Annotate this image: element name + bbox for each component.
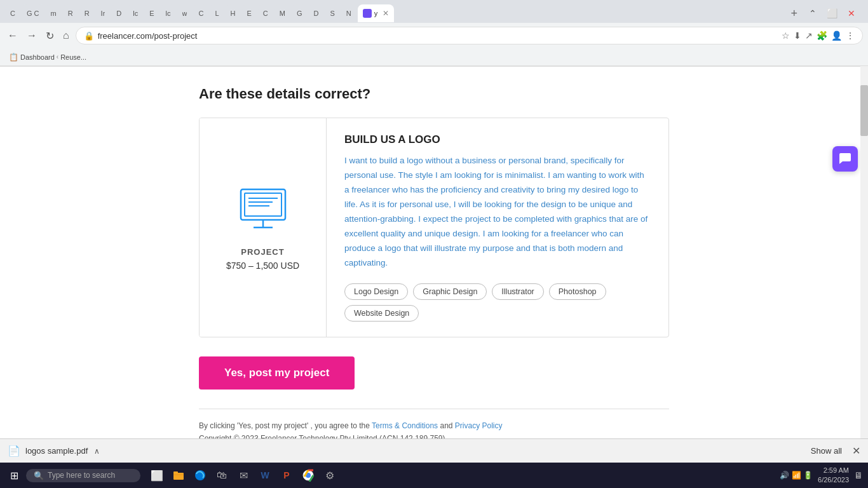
address-bar-icons: ☆ ⬇ ↗ 🧩 👤 ⋮ <box>782 30 855 41</box>
bookmark-dashboard[interactable]: 📋 Dashboard ‹ Reuse... <box>5 51 90 63</box>
taskbar-store[interactable]: 🛍 <box>213 466 231 470</box>
browser-tab[interactable]: R <box>79 4 95 22</box>
download-icon[interactable]: ⬇ <box>794 30 801 41</box>
project-left: PROJECT $750 – 1,500 USD <box>200 118 327 337</box>
divider <box>199 409 669 409</box>
taskbar-settings[interactable]: ⚙ <box>321 466 339 470</box>
edge-icon <box>194 469 207 470</box>
browser-tab[interactable]: m <box>46 4 62 22</box>
scrollbar-thumb[interactable] <box>860 85 868 136</box>
browser-tab[interactable]: E <box>144 4 159 22</box>
browser-tab[interactable]: R <box>63 4 78 22</box>
taskbar-right: 🔊 📶 🔋 2:59 AM 6/26/2023 🖥 <box>780 466 863 471</box>
tab-bar: C G C m R R Ir D lc E lc w C L H E C M G… <box>0 0 868 23</box>
scrollbar[interactable] <box>860 66 868 464</box>
project-icon-area <box>234 184 292 237</box>
browser-tab[interactable]: G <box>292 4 308 22</box>
browser-tab[interactable]: C <box>5 4 20 22</box>
browser-tab[interactable]: lc <box>161 4 176 22</box>
address-bar-row: ← → ↻ ⌂ 🔒 freelancer.com/post-project ☆ … <box>0 23 868 48</box>
refresh-button[interactable]: ↻ <box>43 29 57 43</box>
taskbar-icons: ⬜ 🛍 ✉ W P ⚙ <box>148 466 339 470</box>
browser-tab[interactable]: H <box>226 4 241 22</box>
chat-bubble-button[interactable] <box>832 146 858 172</box>
url-text: freelancer.com/post-project <box>98 31 198 41</box>
menu-icon[interactable]: ⋮ <box>846 30 855 41</box>
home-button[interactable]: ⌂ <box>60 29 72 43</box>
and-text: and <box>440 421 452 430</box>
project-budget: $750 – 1,500 USD <box>226 261 299 271</box>
taskbar-search[interactable]: 🔍 <box>26 469 140 471</box>
post-project-button[interactable]: Yes, post my project <box>199 356 355 390</box>
svg-rect-1 <box>245 193 281 216</box>
page-heading: Are these details correct? <box>199 86 669 102</box>
minimize-button[interactable]: ⌃ <box>806 7 819 20</box>
taskbar-word[interactable]: W <box>256 466 274 470</box>
extensions-icon[interactable]: 🧩 <box>817 30 827 41</box>
file-explorer-icon <box>172 469 185 470</box>
terms-link[interactable]: Terms & Conditions <box>372 421 438 430</box>
skill-tag-illustrator: Illustrator <box>492 283 543 300</box>
skill-tag-logo-design: Logo Design <box>344 283 408 300</box>
download-close-button[interactable]: ✕ <box>852 445 860 457</box>
new-tab-button[interactable]: + <box>788 8 800 19</box>
share-icon[interactable]: ↗ <box>805 30 813 41</box>
window-controls: ⌃ ⬜ ✕ <box>801 7 863 20</box>
start-button[interactable]: ⊞ <box>5 467 24 471</box>
browser-tab[interactable]: C <box>193 4 208 22</box>
bookmarks-bar: 📋 Dashboard ‹ Reuse... <box>0 48 868 66</box>
forward-button[interactable]: → <box>24 29 39 43</box>
bookmark-favicon: 📋 <box>9 53 18 62</box>
taskbar-mail[interactable]: ✉ <box>234 466 252 470</box>
back-button[interactable]: ← <box>5 29 20 43</box>
close-button[interactable]: ✕ <box>845 7 858 20</box>
address-bar[interactable]: 🔒 freelancer.com/post-project ☆ ⬇ ↗ 🧩 👤 … <box>76 27 863 44</box>
pdf-icon: 📄 <box>8 445 20 457</box>
browser-tab[interactable]: D <box>309 4 324 22</box>
project-type-label: PROJECT <box>241 247 284 257</box>
taskbar-powerpoint[interactable]: P <box>278 466 295 470</box>
browser-tab[interactable]: Ir <box>96 4 111 22</box>
taskbar-edge[interactable] <box>191 466 209 470</box>
project-right: BUILD US A LOGO I want to build a logo w… <box>327 118 668 337</box>
taskbar-file-explorer[interactable] <box>170 466 187 470</box>
svg-rect-0 <box>241 189 285 220</box>
chat-icon <box>838 152 852 166</box>
project-card: PROJECT $750 – 1,500 USD BUILD US A LOGO… <box>199 118 669 337</box>
time-display: 2:59 AM <box>818 466 849 471</box>
skill-tag-photoshop: Photoshop <box>549 283 606 300</box>
project-title: BUILD US A LOGO <box>344 133 651 146</box>
skill-tag-graphic-design: Graphic Design <box>413 283 487 300</box>
lock-icon: 🔒 <box>84 31 94 41</box>
browser-tab[interactable]: w <box>177 4 193 22</box>
consent-text: By clicking 'Yes, post my project' , you… <box>199 421 370 430</box>
skills-row: Logo Design Graphic Design Illustrator P… <box>344 283 651 322</box>
taskbar-task-view[interactable]: ⬜ <box>148 466 166 470</box>
privacy-link[interactable]: Privacy Policy <box>455 421 503 430</box>
browser-chrome: C G C m R R Ir D lc E lc w C L H E C M G… <box>0 0 868 67</box>
download-filename: logos sample.pdf <box>25 446 88 456</box>
browser-tab[interactable]: E <box>242 4 257 22</box>
browser-tab[interactable]: C <box>258 4 273 22</box>
taskbar-time: 2:59 AM 6/26/2023 <box>818 466 849 471</box>
tab-close-icon[interactable]: ✕ <box>383 9 389 18</box>
profile-icon[interactable]: 👤 <box>831 30 842 41</box>
browser-tab[interactable]: lc <box>128 4 143 22</box>
main-content: Are these details correct? <box>186 67 682 470</box>
browser-tab[interactable]: M <box>275 4 290 22</box>
bookmark-icon[interactable]: ☆ <box>782 30 790 41</box>
active-tab[interactable]: y ✕ <box>358 4 395 22</box>
project-description: I want to build a logo without a busines… <box>344 154 651 271</box>
browser-tab[interactable]: D <box>111 4 126 22</box>
browser-tab[interactable]: G C <box>22 4 44 22</box>
skill-tag-website-design: Website Design <box>344 305 419 322</box>
browser-tab[interactable]: L <box>210 4 224 22</box>
show-all-button[interactable]: Show all <box>811 446 842 456</box>
browser-tab[interactable]: N <box>341 4 356 22</box>
taskbar-chrome[interactable] <box>299 466 317 470</box>
page-wrapper: Are these details correct? <box>0 67 868 470</box>
browser-tab[interactable]: S <box>325 4 340 22</box>
download-chevron-icon[interactable]: ∧ <box>94 447 100 456</box>
tab-group: C G C m R R Ir D lc E lc w C L H E C M G… <box>5 4 787 22</box>
maximize-button[interactable]: ⬜ <box>824 7 840 20</box>
